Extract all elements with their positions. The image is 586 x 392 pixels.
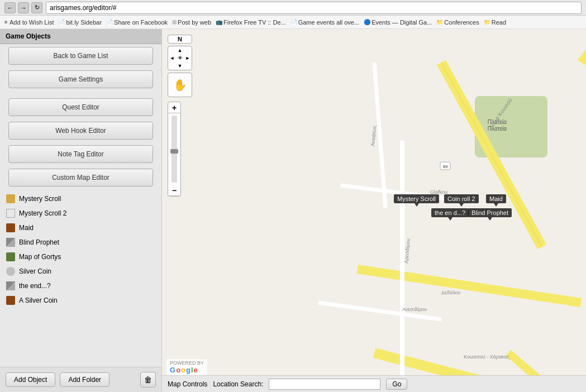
pin-maid[interactable]: Maid bbox=[486, 194, 506, 203]
page-icon-3: 📄 bbox=[290, 19, 297, 25]
zoom-in-button[interactable]: + bbox=[168, 102, 181, 113]
sidebar-footer: Add Object Add Folder 🗑 bbox=[0, 367, 161, 392]
maid-icon bbox=[6, 223, 16, 233]
list-item-blind-prophet[interactable]: Blind Prophet bbox=[0, 235, 161, 250]
map-area[interactable]: Πλατεία Πλατεία bbox=[162, 29, 586, 392]
pin-the-end[interactable]: the en d...? bbox=[431, 208, 469, 217]
browser-bar: ← → ↻ bbox=[0, 0, 586, 16]
pin-mystery-scroll[interactable]: Mystery Scroll bbox=[394, 194, 439, 203]
svg-text:Κνωσσού - Χάρακας: Κνωσσού - Χάρακας bbox=[464, 354, 510, 360]
map-svg: Πλατεία Πλατεία bbox=[162, 29, 586, 392]
compass-control[interactable]: ▲ ◄ 👁 ► ▼ bbox=[168, 46, 192, 70]
zoom-control: + − bbox=[168, 102, 181, 197]
list-item-silver-coin[interactable]: Silver Coin bbox=[0, 264, 161, 279]
hand-control[interactable]: ✋ bbox=[168, 73, 192, 97]
page-icon-2: 📄 bbox=[106, 19, 113, 25]
list-item-mystery-scroll[interactable]: Mystery Scroll bbox=[0, 192, 161, 206]
star-icon: ★ bbox=[3, 19, 8, 25]
quest-editor-button[interactable]: Quest Editor bbox=[8, 98, 153, 116]
list-item-mystery-scroll-2[interactable]: Mystery Scroll 2 bbox=[0, 206, 161, 221]
circle-icon: 🔵 bbox=[364, 19, 370, 25]
forward-button[interactable]: → bbox=[18, 2, 29, 13]
game-settings-button[interactable]: Game Settings bbox=[8, 70, 153, 88]
back-button[interactable]: ← bbox=[4, 2, 16, 13]
tv-icon: 📺 bbox=[216, 19, 222, 25]
web-hook-editor-button[interactable]: Web Hook Editor bbox=[8, 122, 153, 140]
custom-map-editor-button[interactable]: Custom Map Editor bbox=[8, 169, 153, 187]
scroll2-icon bbox=[6, 208, 16, 218]
bookmark-conferences[interactable]: 📁 Conferences bbox=[436, 19, 479, 26]
scroll-icon bbox=[6, 194, 16, 204]
north-indicator: N bbox=[168, 35, 192, 44]
back-to-game-list-button[interactable]: Back to Game List bbox=[8, 47, 153, 65]
bookmark-events-digital[interactable]: 🔵 Events — Digital Ga... bbox=[364, 19, 432, 26]
grid-icon: ⊞ bbox=[172, 19, 177, 25]
map-controls-overlay: N ▲ ◄ 👁 ► ▼ ✋ + bbox=[168, 35, 192, 197]
map-bottom-bar: Map Controls Location Search: Go bbox=[162, 375, 586, 392]
pin-blind-prophet[interactable]: Blind Prophet bbox=[468, 208, 512, 217]
silver-icon bbox=[6, 295, 16, 305]
svg-text:Δεδάλου: Δεδάλου bbox=[441, 290, 461, 295]
map-icon bbox=[6, 252, 16, 262]
location-search-input[interactable] bbox=[269, 379, 380, 390]
bookmark-bitly[interactable]: 📄 bit.ly Sidebar bbox=[58, 19, 102, 26]
sidebar-list: Mystery Scroll Mystery Scroll 2 Maid Bli… bbox=[0, 189, 161, 367]
page-icon-1: 📄 bbox=[58, 19, 65, 25]
map-controls-label: Map Controls bbox=[168, 380, 207, 388]
list-item-maid[interactable]: Maid bbox=[0, 221, 161, 235]
folder-icon-2: 📁 bbox=[484, 19, 490, 25]
bookmarks-bar: ★ Add to Wish List 📄 bit.ly Sidebar 📄 Sh… bbox=[0, 16, 586, 29]
list-item-a-silver-coin[interactable]: A Silver Coin bbox=[0, 293, 161, 308]
map-canvas: Πλατεία Πλατεία bbox=[162, 29, 586, 392]
bookmark-facebook[interactable]: 📄 Share on Facebook bbox=[106, 19, 168, 26]
url-bar[interactable] bbox=[46, 2, 582, 14]
sidebar: Game Objects Back to Game List Game Sett… bbox=[0, 29, 162, 392]
bookmark-game-events[interactable]: 📄 Game events all ove... bbox=[290, 19, 359, 26]
reload-button[interactable]: ↻ bbox=[31, 2, 42, 13]
google-attribution: POWERED BY Google bbox=[166, 359, 207, 375]
svg-text:Ανεσιδίμου: Ανεσιδίμου bbox=[402, 307, 427, 312]
bookmark-freetv[interactable]: 📺 Firefox Free TV :: De... bbox=[216, 19, 286, 26]
zoom-out-button[interactable]: − bbox=[168, 185, 181, 196]
add-object-button[interactable]: Add Object bbox=[6, 372, 55, 387]
bookmark-post-by-web[interactable]: ⊞ Post by web bbox=[172, 19, 211, 26]
svg-text:99: 99 bbox=[443, 164, 448, 169]
go-button[interactable]: Go bbox=[386, 379, 407, 390]
folder-icon-1: 📁 bbox=[436, 19, 443, 25]
zoom-slider[interactable] bbox=[171, 116, 177, 183]
prophet-icon bbox=[6, 237, 16, 247]
pin-coin-roll-2[interactable]: Coin roll 2 bbox=[444, 194, 479, 203]
google-logo: Google bbox=[170, 366, 204, 374]
list-item-the-end[interactable]: the end...? bbox=[0, 279, 161, 293]
powered-by-label: POWERED BY bbox=[170, 360, 204, 366]
coin-icon bbox=[6, 266, 16, 276]
location-search-label: Location Search: bbox=[213, 380, 263, 388]
browser-nav: ← → ↻ bbox=[4, 2, 42, 13]
trash-button[interactable]: 🗑 bbox=[140, 372, 156, 388]
list-item-map-of-gortys[interactable]: Map of Gortys bbox=[0, 250, 161, 264]
bookmark-read[interactable]: 📁 Read bbox=[484, 19, 506, 26]
end-icon bbox=[6, 281, 16, 291]
bookmark-wish-list[interactable]: ★ Add to Wish List bbox=[3, 19, 54, 26]
note-tag-editor-button[interactable]: Note Tag Editor bbox=[8, 145, 153, 163]
zoom-thumb bbox=[170, 149, 178, 154]
add-folder-button[interactable]: Add Folder bbox=[60, 372, 109, 387]
sidebar-header: Game Objects bbox=[0, 29, 161, 44]
main-area: Game Objects Back to Game List Game Sett… bbox=[0, 29, 586, 392]
